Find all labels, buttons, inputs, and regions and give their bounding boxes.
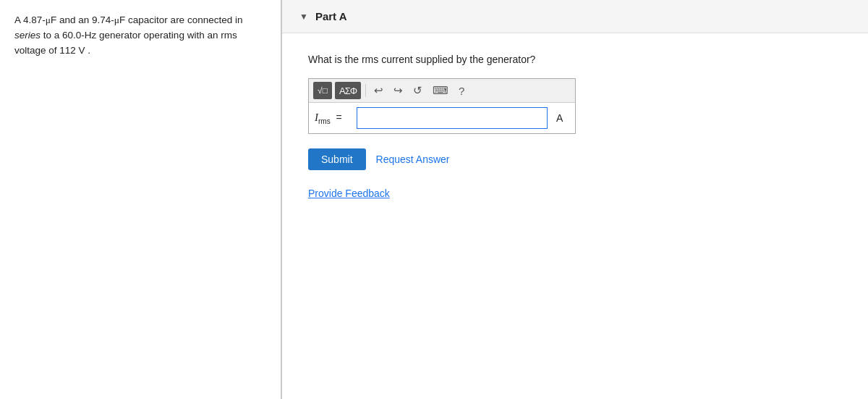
question-text: What is the rms current supplied by the …: [308, 54, 842, 65]
math-toolbar: √□ ΑΣΦ ↩ ↪ ↺ ⌨ ?: [309, 79, 575, 103]
equals-sign: =: [336, 112, 342, 123]
redo-button[interactable]: ↪: [390, 82, 407, 99]
answer-input[interactable]: [357, 107, 548, 129]
part-title: Part A: [315, 10, 347, 22]
help-button[interactable]: ?: [455, 82, 468, 99]
greek-symbols-button[interactable]: ΑΣΦ: [335, 82, 361, 99]
redo-icon: ↪: [393, 84, 403, 97]
input-row: Irms = A: [309, 103, 575, 133]
right-panel: ▼ Part A What is the rms current supplie…: [282, 0, 868, 399]
feedback-section: Provide Feedback: [308, 188, 842, 199]
answer-box: √□ ΑΣΦ ↩ ↪ ↺ ⌨ ?: [308, 78, 576, 134]
submit-button[interactable]: Submit: [308, 148, 366, 170]
reset-icon: ↺: [413, 84, 422, 97]
series-emphasis: series: [14, 30, 41, 41]
request-answer-link[interactable]: Request Answer: [376, 154, 450, 165]
math-templates-button[interactable]: √□: [313, 82, 332, 99]
unit-label: A: [556, 112, 569, 124]
keyboard-icon: ⌨: [433, 84, 448, 97]
undo-button[interactable]: ↩: [370, 82, 387, 99]
action-buttons-row: Submit Request Answer: [308, 148, 842, 170]
help-icon: ?: [459, 85, 464, 97]
greek-icon: ΑΣΦ: [339, 85, 357, 96]
toolbar-separator-1: [365, 84, 366, 97]
content-area: What is the rms current supplied by the …: [282, 33, 868, 399]
problem-statement: A 4.87-μF and an 9.74-μF capacitor are c…: [0, 0, 282, 399]
sqrt-icon: √□: [318, 85, 328, 96]
part-header: ▼ Part A: [282, 0, 868, 33]
subscript-rms: rms: [318, 117, 331, 125]
undo-icon: ↩: [374, 84, 383, 97]
keyboard-button[interactable]: ⌨: [429, 82, 452, 99]
provide-feedback-link[interactable]: Provide Feedback: [308, 188, 390, 199]
variable-label: Irms =: [315, 112, 351, 125]
reset-button[interactable]: ↺: [409, 82, 426, 99]
collapse-chevron[interactable]: ▼: [299, 12, 308, 22]
